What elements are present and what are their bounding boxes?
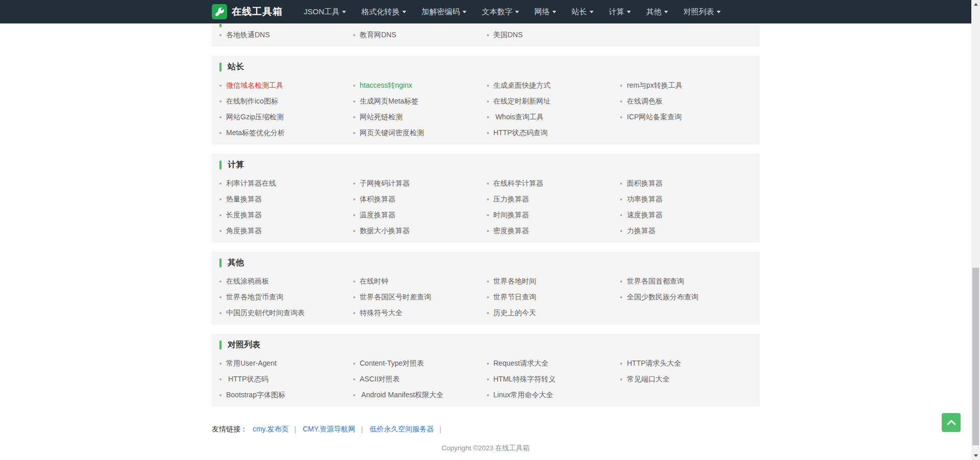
friend-link-0[interactable]: cmy.发布页 <box>253 425 289 433</box>
tool-link[interactable]: 微信域名检测工具 <box>226 81 283 90</box>
bullet-icon <box>487 214 489 216</box>
bullet-icon <box>487 85 489 87</box>
tool-link[interactable]: ICP网站备案查询 <box>627 113 681 122</box>
bullet-icon <box>219 312 222 314</box>
tool-link[interactable]: 功率换算器 <box>627 195 663 204</box>
back-to-top-button[interactable] <box>942 413 961 432</box>
tool-list-item: 在线时钟 <box>353 273 487 289</box>
tool-link[interactable]: 长度换算器 <box>226 211 262 220</box>
scroll-up-arrow-icon[interactable] <box>971 0 980 9</box>
tool-link[interactable]: 在线科学计算器 <box>494 179 544 188</box>
tool-link[interactable]: HTML特殊字符转义 <box>494 375 556 384</box>
tool-link[interactable]: 世界各地时间 <box>494 277 536 286</box>
tool-link[interactable]: 全国少数民族分布查询 <box>627 293 698 302</box>
caret-down-icon <box>552 11 556 13</box>
tool-link[interactable]: Request请求大全 <box>494 359 549 368</box>
tool-link[interactable]: 世界各国首都查询 <box>627 277 684 286</box>
nav-item-4[interactable]: 网络 <box>527 0 564 23</box>
tool-link[interactable]: 美国DNS <box>494 31 523 40</box>
tool-link[interactable]: 时间换算器 <box>494 211 529 220</box>
tool-link[interactable]: Bootstrap字体图标 <box>226 391 285 400</box>
tool-link[interactable]: 常见端口大全 <box>627 375 670 384</box>
tool-link[interactable]: 面积换算器 <box>627 179 663 188</box>
tool-list-item: 功率换算器 <box>620 191 754 207</box>
tool-link[interactable]: 体积换算器 <box>360 195 396 204</box>
tool-link[interactable]: 世界各国区号时差查询 <box>360 293 431 302</box>
tool-link[interactable]: 在线调色板 <box>627 97 663 106</box>
nav-item-1[interactable]: 格式化转换 <box>354 0 414 23</box>
nav-item-2[interactable]: 加解密编码 <box>414 0 474 23</box>
tool-link[interactable]: 各地铁通DNS <box>226 31 270 40</box>
bullet-icon <box>487 230 489 232</box>
tool-link[interactable]: 角度换算器 <box>226 226 262 236</box>
tool-link[interactable]: 在线制作ico图标 <box>226 97 278 106</box>
vertical-scrollbar[interactable] <box>971 0 980 460</box>
tool-link[interactable]: 力换算器 <box>627 226 655 236</box>
tool-link[interactable]: 历史上的今天 <box>494 309 536 318</box>
page: 在线工具箱 JSON工具格式化转换加解密编码文本数字网络站长计算其他对照列表 各… <box>0 0 971 460</box>
chevron-up-icon <box>947 418 956 427</box>
tool-link[interactable]: 温度换算器 <box>360 211 396 220</box>
nav-item-6[interactable]: 计算 <box>601 0 639 23</box>
tool-list: 各地铁通DNS教育网DNS美国DNS <box>212 27 759 43</box>
tool-link[interactable]: Content-Type对照表 <box>360 359 424 368</box>
tool-link[interactable]: 在线时钟 <box>360 277 388 286</box>
tool-link[interactable]: 世界节日查询 <box>494 293 536 302</box>
bullet-icon <box>487 100 489 103</box>
bullet-icon <box>487 34 489 36</box>
tool-list-item: 子网掩码计算器 <box>353 175 487 191</box>
nav-item-3[interactable]: 文本数字 <box>474 0 527 23</box>
friend-link-separator: ｜ <box>291 425 299 433</box>
tool-link[interactable]: rem与px转换工具 <box>627 81 682 90</box>
tool-link[interactable]: HTTP状态码查询 <box>494 129 548 138</box>
nav-item-7[interactable]: 其他 <box>639 0 676 23</box>
tool-link[interactable]: 压力换算器 <box>494 195 529 204</box>
tool-link[interactable]: Whois查询工具 <box>494 113 544 122</box>
bullet-icon <box>219 230 222 232</box>
tool-link[interactable]: 世界各地货币查询 <box>226 293 283 302</box>
tool-link[interactable]: HTTP请求头大全 <box>627 359 681 368</box>
tool-list-item: 温度换算器 <box>353 207 487 223</box>
bullet-icon <box>353 132 355 134</box>
friend-link-2[interactable]: 低价永久空间服务器 <box>370 425 434 433</box>
tool-link[interactable]: 在线定时刷新网址 <box>494 97 551 106</box>
friend-link-1[interactable]: CMY.资源导航网 <box>303 425 355 433</box>
tool-link[interactable]: 密度换算器 <box>494 226 529 236</box>
bullet-icon <box>353 378 355 380</box>
tool-link[interactable]: 网站Gzip压缩检测 <box>226 113 284 122</box>
tool-list-item: 各地铁通DNS <box>219 27 353 43</box>
tool-link[interactable]: HTTP状态码 <box>226 375 268 384</box>
nav-item-8[interactable]: 对照列表 <box>676 0 728 23</box>
tool-link[interactable]: htaccess转nginx <box>360 81 412 90</box>
tool-link[interactable]: 网站死链检测 <box>360 113 403 122</box>
navbar: 在线工具箱 JSON工具格式化转换加解密编码文本数字网络站长计算其他对照列表 <box>0 0 971 23</box>
tool-link[interactable]: Linux常用命令大全 <box>494 391 553 400</box>
tool-link[interactable]: 利率计算器在线 <box>226 179 276 188</box>
tool-link[interactable]: 常用User-Agent <box>226 359 277 368</box>
tool-link[interactable]: 特殊符号大全 <box>360 309 403 318</box>
bullet-icon <box>353 100 355 103</box>
tool-link[interactable]: Android Manifest权限大全 <box>360 391 444 400</box>
brand-home-link[interactable]: 在线工具箱 <box>212 4 283 19</box>
tool-link[interactable]: 热量换算器 <box>226 195 262 204</box>
tool-link[interactable]: 数据大小换算器 <box>360 226 410 236</box>
scroll-down-arrow-icon[interactable] <box>971 451 980 460</box>
tool-link[interactable]: Meta标签优化分析 <box>226 129 285 138</box>
tool-link[interactable]: 教育网DNS <box>360 31 397 40</box>
tool-link[interactable]: 生成网页Meta标签 <box>360 97 419 106</box>
tool-link[interactable]: 网页关键词密度检测 <box>360 129 424 138</box>
nav-item-0[interactable]: JSON工具 <box>296 0 354 23</box>
scrollbar-thumb[interactable] <box>972 268 979 445</box>
tool-link[interactable]: 中国历史朝代时间查询表 <box>226 309 305 318</box>
tool-link[interactable]: 生成桌面快捷方式 <box>494 81 551 90</box>
tool-link[interactable]: 在线涂鸦画板 <box>226 277 269 286</box>
bullet-icon <box>219 394 222 396</box>
bullet-icon <box>353 85 355 87</box>
tool-list: 在线涂鸦画板在线时钟世界各地时间世界各国首都查询世界各地货币查询世界各国区号时差… <box>212 273 759 321</box>
tool-link[interactable]: 子网掩码计算器 <box>360 179 410 188</box>
tool-link[interactable]: 速度换算器 <box>627 211 663 220</box>
caret-down-icon <box>664 11 668 13</box>
section-计算: 计算利率计算器在线子网掩码计算器在线科学计算器面积换算器热量换算器体积换算器压力… <box>212 154 760 242</box>
nav-item-5[interactable]: 站长 <box>564 0 601 23</box>
tool-link[interactable]: ASCII对照表 <box>360 375 400 384</box>
